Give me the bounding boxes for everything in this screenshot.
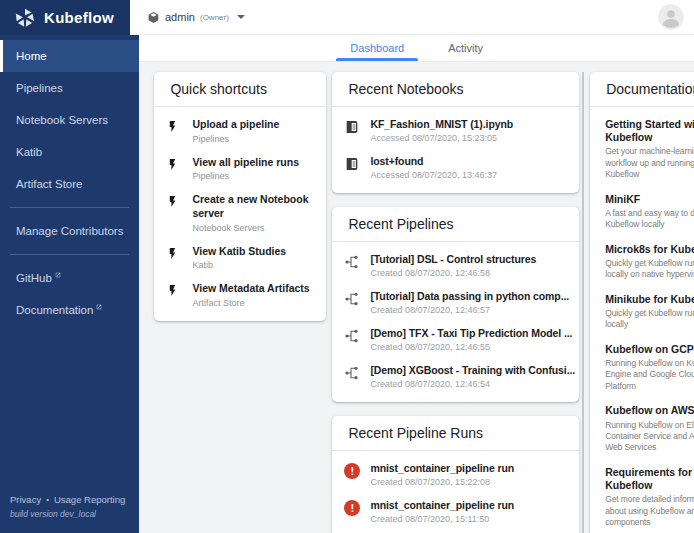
doc-link-title: Microk8s for Kubeflow	[605, 243, 694, 256]
namespace-selector[interactable]: admin (Owner)	[147, 11, 245, 24]
documentation-link-item[interactable]: Kubeflow on GCP Running Kubeflow on Kube…	[590, 337, 694, 399]
sidebar-item-label: Pipelines	[16, 82, 63, 94]
dashboard-content: Quick shortcuts Upload a pipeline Pipeli…	[139, 62, 694, 533]
pipeline-item[interactable]: [Tutorial] Data passing in python comp..…	[332, 284, 579, 321]
pipeline-run-item[interactable]: mnist_container_pipeline run Created 08/…	[332, 456, 579, 493]
namespace-role: (Owner)	[200, 13, 229, 22]
notebook-title: lost+found	[370, 155, 575, 167]
shortcut-subtitle: Katib	[192, 260, 318, 270]
pipeline-title: [Demo] TFX - Taxi Tip Prediction Model .…	[370, 327, 575, 339]
card-title: Recent Pipeline Runs	[332, 416, 579, 451]
pipeline-graph-icon	[344, 328, 360, 344]
pipeline-run-item[interactable]: mnist_container_pipeline run Created 08/…	[332, 493, 579, 530]
usage-reporting-link[interactable]: Usage Reporting	[54, 494, 125, 505]
lightning-bolt-icon	[166, 118, 179, 133]
notebook-item[interactable]: lost+found Accessed 08/07/2020, 13:46:37	[332, 149, 579, 186]
recent-pipeline-runs-card: Recent Pipeline Runs mnist_container_pip…	[332, 416, 579, 533]
sidebar-item[interactable]: Pipelines	[0, 72, 139, 104]
brand-title: Kubeflow	[44, 9, 114, 26]
pipeline-graph-icon	[344, 291, 360, 307]
sidebar-item-label: GitHub	[16, 272, 52, 284]
documentation-link-item[interactable]: Requirements for Kubeflow Get more detai…	[590, 460, 694, 533]
doc-link-description: Get your machine-learning workflow up an…	[605, 146, 694, 180]
sidebar-item[interactable]: Home	[0, 40, 139, 72]
run-title: mnist_container_pipeline run	[370, 499, 575, 511]
sidebar-item[interactable]: Notebook Servers	[0, 104, 139, 136]
privacy-link[interactable]: Privacy	[10, 494, 41, 505]
pipeline-title: [Demo] XGBoost - Training with Confusi..…	[370, 364, 575, 376]
doc-link-description: Get more detailed information about usin…	[605, 494, 694, 528]
lightning-bolt-icon	[166, 282, 179, 297]
tab-label: Dashboard	[350, 42, 404, 54]
doc-link-title: Kubeflow on GCP	[605, 343, 694, 356]
sidebar-footer: Privacy • Usage Reporting build version …	[0, 484, 139, 533]
tab-bar: Dashboard Activity	[139, 35, 694, 62]
sidebar-item[interactable]: Manage Contributors	[0, 215, 139, 247]
doc-link-description: Running Kubeflow on Kubernetes Engine an…	[605, 358, 694, 392]
shortcut-subtitle: Pipelines	[192, 134, 318, 144]
documentation-link-item[interactable]: Kubeflow on AWS Running Kubeflow on Elas…	[590, 398, 694, 460]
shortcut-title: View Katib Studies	[192, 245, 318, 259]
external-link-icon	[96, 304, 102, 310]
sidebar-item[interactable]: Katib	[0, 136, 139, 168]
shortcut-title: View Metadata Artifacts	[192, 282, 318, 296]
doc-link-description: Quickly get Kubeflow running locally on …	[605, 258, 694, 281]
pipeline-graph-icon	[344, 254, 360, 270]
quick-shortcut-item[interactable]: Upload a pipeline Pipelines	[154, 112, 326, 150]
quick-shortcut-item[interactable]: View Metadata Artifacts Artifact Store	[154, 276, 326, 314]
pipeline-created-time: Created 08/07/2020, 12:46:54	[370, 379, 575, 389]
shortcut-title: Create a new Notebook server	[192, 193, 318, 220]
run-status-icon	[344, 463, 360, 479]
kubeflow-logo-icon	[15, 8, 35, 28]
doc-link-title: MiniKF	[605, 193, 694, 206]
doc-link-title: Getting Started with Kubeflow	[605, 118, 694, 144]
card-title: Documentation	[590, 72, 694, 107]
shortcut-subtitle: Artifact Store	[192, 298, 318, 308]
shortcut-title: Upload a pipeline	[192, 118, 318, 132]
pipeline-created-time: Created 08/07/2020, 12:46:55	[370, 342, 575, 352]
build-version: build version dev_local	[10, 509, 129, 519]
run-title: mnist_container_pipeline run	[370, 462, 575, 474]
card-title: Quick shortcuts	[154, 72, 326, 107]
tab[interactable]: Activity	[426, 35, 505, 61]
middle-column-scrollbar[interactable]	[582, 72, 584, 533]
doc-link-title: Minikube for Kubeflow	[605, 293, 694, 306]
quick-shortcut-item[interactable]: View Katib Studies Katib	[154, 239, 326, 277]
lightning-bolt-icon	[166, 156, 179, 171]
shortcut-subtitle: Notebook Servers	[192, 223, 318, 233]
external-link-icon	[55, 272, 61, 278]
pipeline-item[interactable]: [Demo] XGBoost - Training with Confusi..…	[332, 358, 579, 395]
quick-shortcut-item[interactable]: View all pipeline runs Pipelines	[154, 150, 326, 188]
tab-label: Activity	[448, 42, 483, 54]
top-bar: Kubeflow admin (Owner)	[0, 0, 694, 35]
run-created-time: Created 08/07/2020, 15:22:08	[370, 477, 575, 487]
notebook-icon	[344, 156, 360, 172]
sidebar-item-label: Manage Contributors	[16, 225, 123, 237]
user-avatar[interactable]	[658, 4, 684, 30]
brand-area: Kubeflow	[0, 0, 130, 35]
sidebar-item-label: Artifact Store	[16, 178, 82, 190]
doc-link-title: Requirements for Kubeflow	[605, 466, 694, 492]
tab[interactable]: Dashboard	[328, 35, 426, 61]
pipeline-item[interactable]: [Tutorial] DSL - Control structures Crea…	[332, 247, 579, 284]
documentation-link-item[interactable]: Getting Started with Kubeflow Get your m…	[590, 112, 694, 187]
notebook-item[interactable]: KF_Fashion_MNIST (1).ipynb Accessed 08/0…	[332, 112, 579, 149]
documentation-link-item[interactable]: MiniKF A fast and easy way to deploy Kub…	[590, 187, 694, 237]
recent-pipelines-card: Recent Pipelines [Tutorial] DSL - Contro…	[332, 207, 579, 402]
footer-separator: •	[46, 495, 49, 504]
documentation-link-item[interactable]: Microk8s for Kubeflow Quickly get Kubefl…	[590, 237, 694, 287]
doc-link-description: A fast and easy way to deploy Kubeflow l…	[605, 208, 694, 231]
sidebar-item-label: Notebook Servers	[16, 114, 108, 126]
notebook-accessed-time: Accessed 08/07/2020, 13:46:37	[370, 170, 575, 180]
shortcut-subtitle: Pipelines	[192, 171, 318, 181]
sidebar-item[interactable]: Artifact Store	[0, 168, 139, 200]
pipeline-item[interactable]: [Demo] TFX - Taxi Tip Prediction Model .…	[332, 321, 579, 358]
sidebar: Home Pipelines Notebook Servers Katib Ar…	[0, 35, 139, 533]
sidebar-item[interactable]: Documentation	[0, 294, 139, 326]
doc-link-description: Running Kubeflow on Elastic Container Se…	[605, 420, 694, 454]
pipeline-created-time: Created 08/07/2020, 12:46:57	[370, 305, 575, 315]
documentation-link-item[interactable]: Minikube for Kubeflow Quickly get Kubefl…	[590, 287, 694, 337]
doc-link-description: Quickly get Kubeflow running locally	[605, 308, 694, 331]
quick-shortcut-item[interactable]: Create a new Notebook server Notebook Se…	[154, 187, 326, 238]
sidebar-item[interactable]: GitHub	[0, 262, 139, 294]
